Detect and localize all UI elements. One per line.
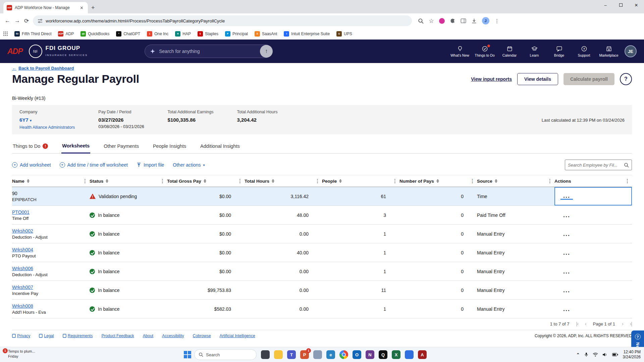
tray-chevron-up-icon[interactable]: ⌃ — [576, 352, 580, 357]
column-menu-icon[interactable]: ⋮ — [315, 178, 320, 184]
global-search-input[interactable] — [159, 49, 259, 54]
zoom-icon[interactable] — [418, 18, 424, 24]
column-number-of-pays[interactable]: Number of Pays — [399, 179, 434, 184]
taskbar-app-onenote[interactable]: N — [364, 349, 376, 360]
employee-search-input[interactable] — [568, 163, 622, 168]
battery-icon[interactable] — [612, 353, 619, 357]
column-total-hours[interactable]: Total Hours — [245, 179, 269, 184]
nav-calendar[interactable]: Calendar — [498, 46, 521, 57]
column-menu-icon[interactable]: ⋮ — [237, 178, 243, 184]
bookmark-item[interactable]: H HAP — [172, 30, 194, 38]
site-settings-icon[interactable] — [38, 18, 43, 23]
nav-whats-new[interactable]: What's New — [449, 46, 471, 57]
taskbar-app-remote-desktop[interactable] — [404, 349, 415, 360]
bookmark-item[interactable]: ADP ADP — [55, 30, 76, 38]
row-actions-button[interactable]: ... — [560, 231, 573, 237]
minimize-button[interactable]: – — [598, 0, 613, 10]
browser-menu-icon[interactable]: ⋮ — [494, 18, 500, 24]
sort-icon[interactable] — [339, 179, 342, 183]
taskbar-app-task-view[interactable] — [260, 349, 271, 360]
downloads-icon[interactable] — [471, 18, 477, 24]
column-people[interactable]: People — [322, 179, 337, 184]
extensions-puzzle-icon[interactable] — [450, 18, 455, 24]
start-button[interactable] — [184, 351, 191, 358]
table-row[interactable]: Wrksh004 PTO Payout In balance $0.00 40.… — [12, 243, 632, 262]
taskbar-app-excel[interactable]: X — [390, 349, 402, 360]
worksheet-name-link[interactable]: Wrksh006 — [12, 266, 33, 271]
worksheet-name-link[interactable]: 90 — [12, 191, 17, 196]
taskbar-clock[interactable]: 12:40 PM 3/24/2026 — [623, 350, 641, 360]
tab-people-insights[interactable]: People Insights — [152, 141, 187, 153]
bookmark-star-icon[interactable]: ☆ — [429, 17, 434, 24]
worksheet-name-link[interactable]: Wrksh002 — [12, 228, 33, 234]
profile-icon[interactable]: J — [482, 17, 489, 24]
taskbar-app-paint[interactable] — [312, 349, 323, 360]
wifi-icon[interactable] — [593, 353, 598, 357]
nav-bridge[interactable]: Bridge — [548, 46, 570, 57]
taskbar-app-powerpoint[interactable]: P 1 — [299, 349, 310, 360]
nav-things-to-do[interactable]: Things to Do — [474, 46, 496, 57]
column-actions[interactable]: Actions — [554, 179, 571, 184]
back-icon[interactable]: ← — [5, 17, 10, 24]
help-button[interactable]: ? — [620, 73, 632, 85]
bookmark-item[interactable]: S SaasAnt — [252, 30, 280, 38]
address-bar[interactable]: workforcenow.adp.com/theme/admin.html#/P… — [33, 15, 412, 26]
bookmark-item[interactable]: P Principal — [222, 30, 251, 38]
back-to-dashboard-link[interactable]: ← Back to Payroll Dashboard — [12, 66, 74, 71]
previous-page-icon[interactable]: ‹ — [585, 321, 586, 326]
row-actions-button[interactable]: ... — [560, 193, 573, 200]
bookmark-item[interactable]: 1 One Inc — [144, 30, 171, 38]
footer-link-cobrowse[interactable]: Cobrowse — [193, 334, 211, 338]
sort-icon[interactable] — [436, 179, 439, 183]
add-worksheet-button[interactable]: + Add worksheet — [12, 162, 51, 168]
worksheet-name-link[interactable]: Wrksh004 — [12, 247, 33, 252]
column-menu-icon[interactable]: ⋮ — [83, 178, 88, 184]
add-time-worksheet-button[interactable]: + Add time / time off worksheet — [60, 162, 128, 168]
taskbar-app-edge[interactable]: e — [325, 349, 336, 360]
bookmark-item[interactable]: qb QuickBooks — [78, 30, 112, 38]
taskbar-app-acrobat[interactable]: A — [417, 349, 428, 360]
tab-worksheets[interactable]: Worksheets — [61, 141, 90, 154]
column-gross-pay[interactable]: Total Gross Pay — [167, 179, 201, 184]
row-actions-button[interactable]: ... — [560, 306, 573, 312]
search-icon[interactable] — [624, 163, 629, 168]
row-actions-button[interactable]: ... — [560, 250, 573, 256]
footer-link-about[interactable]: About — [143, 334, 153, 338]
taskbar-search[interactable]: Search — [194, 349, 257, 360]
row-actions-button[interactable]: ... — [560, 268, 573, 275]
footer-link-requirements[interactable]: Requirements — [63, 334, 93, 338]
user-avatar[interactable]: JE — [625, 45, 637, 57]
tab-other-payments[interactable]: Other Payments — [103, 141, 140, 153]
row-actions-button[interactable]: ... — [560, 212, 573, 218]
footer-link-legal[interactable]: Legal — [39, 334, 54, 338]
tab-close-icon[interactable]: ✕ — [79, 5, 85, 10]
volume-icon[interactable] — [602, 353, 608, 357]
table-row[interactable]: Wrksh002 Deduction - Adjust In balance $… — [12, 225, 632, 243]
table-row[interactable]: Wrksh008 Add'l Hours - Eva In balance $5… — [12, 300, 632, 318]
tab-additional-insights[interactable]: Additional Insights — [200, 141, 240, 153]
refresh-icon[interactable]: ⟳ — [24, 17, 29, 24]
apps-grid-icon[interactable] — [3, 32, 8, 36]
table-row[interactable]: Wrksh006 Deduction - Adjust In balance $… — [12, 262, 632, 281]
column-source[interactable]: Source — [477, 179, 492, 184]
column-name[interactable]: Name — [12, 179, 24, 184]
table-row[interactable]: 90 EPIPBATCH Validation pending $0.00 3,… — [12, 187, 632, 206]
column-menu-icon[interactable]: ⋮ — [160, 178, 165, 184]
nav-marketplace[interactable]: Marketplace — [598, 46, 620, 57]
pinned-extension-icon[interactable] — [439, 18, 445, 24]
company-code-dropdown[interactable]: 6Y7 ▾ — [19, 117, 32, 123]
nav-learn[interactable]: Learn — [523, 46, 545, 57]
column-menu-icon[interactable]: ⋮ — [625, 178, 630, 184]
bookmark-item[interactable]: I Intuit Enterprise Suite — [281, 30, 332, 38]
browser-tab[interactable]: ADP ADP Workforce Now - Manage ✕ — [3, 2, 88, 13]
taskbar-app-file-explorer[interactable] — [273, 349, 284, 360]
view-details-button[interactable]: View details — [517, 73, 558, 85]
bookmark-item[interactable]: 53 Fifth Third Direct — [12, 30, 54, 38]
company-name-link[interactable]: Health Alliance Administrators — [19, 125, 75, 130]
taskbar-app-teams[interactable]: T — [286, 349, 297, 360]
sort-icon[interactable] — [204, 179, 206, 183]
calculate-payroll-button[interactable]: Calculate payroll — [564, 73, 614, 85]
next-page-icon[interactable]: › — [622, 321, 623, 326]
bookmark-item[interactable]: * ChatGPT — [113, 30, 143, 38]
column-menu-icon[interactable]: ⋮ — [547, 178, 552, 184]
